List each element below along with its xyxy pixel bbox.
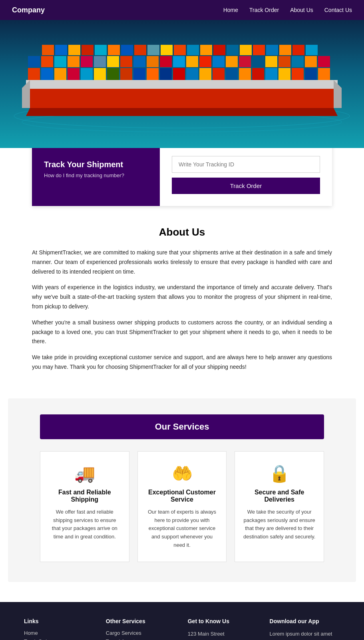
svg-rect-23 bbox=[265, 68, 277, 80]
svg-rect-27 bbox=[318, 68, 330, 80]
svg-rect-12 bbox=[120, 68, 132, 80]
about-section: About Us At ShipmentTracker, we are comm… bbox=[0, 206, 364, 398]
service-shipping-desc: We offer fast and reliable shipping serv… bbox=[48, 508, 121, 541]
tracking-id-input[interactable] bbox=[172, 156, 320, 173]
svg-rect-56 bbox=[108, 45, 120, 55]
svg-rect-14 bbox=[147, 68, 159, 80]
svg-rect-6 bbox=[41, 68, 53, 80]
svg-rect-9 bbox=[81, 68, 93, 80]
svg-rect-69 bbox=[279, 45, 291, 55]
svg-rect-17 bbox=[186, 68, 198, 80]
svg-rect-42 bbox=[213, 56, 225, 67]
footer-link-track[interactable]: Track Order bbox=[24, 638, 52, 640]
svg-rect-38 bbox=[160, 56, 172, 67]
nav-brand: Company bbox=[12, 6, 45, 14]
svg-rect-47 bbox=[278, 56, 290, 67]
services-cards: 🚚 Fast and Reliable Shipping We offer fa… bbox=[40, 451, 324, 562]
svg-rect-10 bbox=[94, 68, 106, 80]
nav-about-us[interactable]: About Us bbox=[290, 7, 313, 13]
footer-get-to-know-col: Get to Know Us 123 Main Street Anytown, … bbox=[188, 618, 254, 640]
svg-rect-7 bbox=[54, 68, 66, 80]
footer: Links Home Track Order About Us Contact … bbox=[0, 602, 364, 640]
svg-rect-29 bbox=[41, 56, 53, 67]
svg-rect-49 bbox=[305, 56, 317, 67]
svg-rect-53 bbox=[68, 45, 80, 55]
service-card-secure: 🔒 Secure and Safe Deliveries We take the… bbox=[235, 451, 324, 562]
svg-rect-54 bbox=[82, 45, 93, 55]
svg-rect-43 bbox=[226, 56, 238, 67]
about-para-1: At ShipmentTracker, we are committed to … bbox=[32, 248, 332, 276]
footer-links-col: Links Home Track Order About Us Contact … bbox=[24, 618, 90, 640]
service-customer-desc: Our team of experts is always here to pr… bbox=[146, 508, 219, 550]
service-secure-desc: We take the security of your packages se… bbox=[243, 508, 316, 541]
svg-rect-32 bbox=[81, 56, 93, 67]
customer-icon: 🤲 bbox=[146, 464, 219, 483]
svg-rect-45 bbox=[252, 56, 264, 67]
footer-app-desc: Lorem ipsum dolor sit amet consectetur a… bbox=[270, 630, 340, 640]
svg-rect-11 bbox=[107, 68, 119, 80]
svg-rect-21 bbox=[239, 68, 251, 80]
svg-rect-58 bbox=[134, 45, 146, 55]
svg-rect-26 bbox=[305, 68, 317, 80]
services-section: Our Services 🚚 Fast and Reliable Shippin… bbox=[8, 398, 356, 582]
svg-rect-57 bbox=[121, 45, 133, 55]
svg-rect-61 bbox=[174, 45, 186, 55]
svg-rect-71 bbox=[306, 45, 318, 55]
footer-cargo[interactable]: Cargo Services bbox=[106, 630, 141, 636]
svg-rect-50 bbox=[318, 56, 330, 67]
svg-rect-35 bbox=[120, 56, 132, 67]
svg-rect-15 bbox=[160, 68, 172, 80]
svg-rect-5 bbox=[28, 68, 40, 80]
svg-rect-48 bbox=[292, 56, 304, 67]
footer-other-title: Other Services bbox=[106, 618, 172, 624]
shipping-icon: 🚚 bbox=[48, 464, 121, 483]
svg-rect-68 bbox=[266, 45, 278, 55]
service-shipping-title: Fast and Reliable Shipping bbox=[48, 489, 121, 503]
footer-other-list: Cargo Services Travel Agents Group Booki… bbox=[106, 630, 172, 640]
svg-rect-34 bbox=[107, 56, 119, 67]
svg-rect-37 bbox=[147, 56, 159, 67]
about-para-4: We take pride in providing exceptional c… bbox=[32, 353, 332, 372]
svg-rect-8 bbox=[68, 68, 80, 80]
svg-rect-55 bbox=[95, 45, 107, 55]
svg-rect-41 bbox=[199, 56, 211, 67]
svg-rect-31 bbox=[68, 56, 80, 67]
track-title: Track Your Shipment bbox=[44, 160, 148, 169]
svg-rect-44 bbox=[239, 56, 251, 67]
footer-address: 123 Main Street bbox=[188, 630, 254, 638]
svg-rect-67 bbox=[253, 45, 265, 55]
svg-rect-62 bbox=[187, 45, 199, 55]
svg-rect-25 bbox=[292, 68, 304, 80]
svg-rect-19 bbox=[213, 68, 225, 80]
track-left-panel: Track Your Shipment How do I find my tra… bbox=[32, 144, 160, 206]
footer-link-home[interactable]: Home bbox=[24, 630, 38, 636]
nav-links: Home Track Order About Us Contact Us bbox=[223, 6, 352, 14]
svg-rect-28 bbox=[28, 56, 40, 67]
footer-top: Links Home Track Order About Us Contact … bbox=[24, 618, 340, 640]
services-title: Our Services bbox=[40, 414, 324, 439]
footer-travel[interactable]: Travel Agents bbox=[106, 638, 137, 640]
svg-rect-52 bbox=[55, 45, 67, 55]
service-secure-title: Secure and Safe Deliveries bbox=[243, 489, 316, 503]
svg-rect-66 bbox=[240, 45, 252, 55]
nav-home[interactable]: Home bbox=[223, 7, 238, 13]
svg-rect-20 bbox=[226, 68, 238, 80]
svg-rect-24 bbox=[278, 68, 290, 80]
nav-track-order[interactable]: Track Order bbox=[249, 7, 279, 13]
svg-rect-46 bbox=[265, 56, 277, 67]
track-subtitle: How do I find my tracking number? bbox=[44, 172, 148, 178]
track-order-button[interactable]: Track Order bbox=[172, 178, 320, 194]
footer-app-col: Download our App Lorem ipsum dolor sit a… bbox=[270, 618, 340, 640]
hero-ship-svg bbox=[0, 20, 364, 148]
about-para-3: Whether you're a small business owner sh… bbox=[32, 318, 332, 346]
footer-get-know-title: Get to Know Us bbox=[188, 618, 254, 624]
track-section: Track Your Shipment How do I find my tra… bbox=[32, 144, 332, 206]
svg-rect-18 bbox=[199, 68, 211, 80]
footer-links-title: Links bbox=[24, 618, 90, 624]
nav-contact-us[interactable]: Contact Us bbox=[324, 7, 352, 13]
svg-rect-16 bbox=[173, 68, 185, 80]
svg-rect-40 bbox=[186, 56, 198, 67]
service-card-shipping: 🚚 Fast and Reliable Shipping We offer fa… bbox=[40, 451, 129, 562]
svg-rect-39 bbox=[173, 56, 185, 67]
track-right-panel: Track Order bbox=[160, 144, 332, 206]
